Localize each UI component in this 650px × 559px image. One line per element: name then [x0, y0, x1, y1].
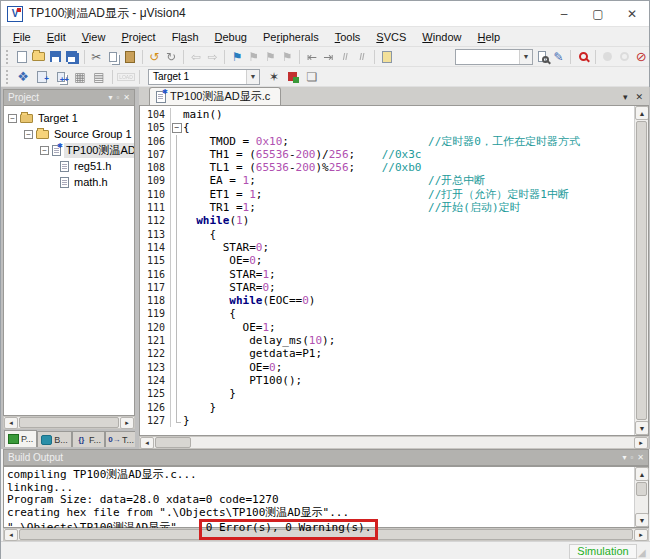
- tree-expander-icon[interactable]: −: [40, 146, 49, 155]
- code-line-119[interactable]: 119 {: [140, 307, 634, 320]
- batch-build-icon[interactable]: ▦: [71, 69, 89, 85]
- menu-view[interactable]: View: [74, 29, 114, 45]
- scroll-left-icon[interactable]: ◂: [140, 437, 154, 449]
- close-button[interactable]: ✕: [615, 1, 649, 27]
- translate-file-icon[interactable]: ❖: [14, 69, 32, 85]
- code-line-110[interactable]: 110 ET1 = 1; //打开（允许）定时器1中断: [140, 188, 634, 201]
- comment-icon[interactable]: //: [337, 49, 353, 65]
- build-output-body[interactable]: compiling TP100测温AD显示.c...linking...Prog…: [3, 466, 649, 528]
- code-line-125[interactable]: 125 }: [140, 387, 634, 400]
- copy-icon[interactable]: [105, 49, 121, 65]
- scrollbar-thumb[interactable]: [155, 437, 191, 448]
- menu-debug[interactable]: Debug: [207, 29, 255, 45]
- menu-svcs[interactable]: SVCS: [368, 29, 414, 45]
- scroll-right-icon[interactable]: ▸: [120, 417, 134, 429]
- fold-collapse-icon[interactable]: [171, 121, 183, 134]
- editor-horizontal-scrollbar[interactable]: ◂ ▸: [139, 436, 649, 449]
- code-line-104[interactable]: 104main(): [140, 108, 634, 121]
- navigate-forward-icon[interactable]: ⇨: [205, 49, 221, 65]
- tree-item-tp100-ad-[interactable]: −✱TP100测温AD显: [4, 142, 134, 158]
- menu-flash[interactable]: Flash: [164, 29, 207, 45]
- code-line-120[interactable]: 120 OE=1;: [140, 321, 634, 334]
- code-line-118[interactable]: 118 while(EOC==0): [140, 294, 634, 307]
- build-target-icon[interactable]: +: [33, 69, 51, 85]
- code-line-113[interactable]: 113 {: [140, 228, 634, 241]
- code-line-115[interactable]: 115 OE=0;: [140, 254, 634, 267]
- code-line-117[interactable]: 117 STAR=0;: [140, 281, 634, 294]
- panel-close-icon[interactable]: ✕: [123, 93, 130, 102]
- tree-item-target-1[interactable]: −Target 1: [4, 110, 134, 126]
- uncomment-icon[interactable]: //: [354, 49, 370, 65]
- paste-icon[interactable]: [122, 49, 138, 65]
- kill-breakpoints-icon[interactable]: ⊘: [633, 49, 649, 65]
- panel-tab-books[interactable]: B...: [37, 431, 72, 447]
- rebuild-all-icon[interactable]: ++: [52, 69, 70, 85]
- project-horizontal-scrollbar[interactable]: ◂ ▸: [3, 416, 135, 429]
- bookmark-toggle-icon[interactable]: ⚑: [229, 49, 245, 65]
- code-line-112[interactable]: 112 while(1): [140, 214, 634, 227]
- tree-expander-icon[interactable]: −: [24, 130, 33, 139]
- stop-build-icon[interactable]: ▤: [90, 69, 108, 85]
- menu-help[interactable]: Help: [469, 29, 508, 45]
- tree-expander-icon[interactable]: −: [8, 114, 17, 123]
- menu-window[interactable]: Window: [414, 29, 469, 45]
- options-for-target-icon[interactable]: ✶: [265, 69, 283, 85]
- code-line-124[interactable]: 124 PT100();: [140, 374, 634, 387]
- manage-project-items-icon[interactable]: [284, 69, 302, 85]
- spread-windows-icon[interactable]: ❏: [303, 69, 321, 85]
- enable-breakpoint-icon[interactable]: [617, 49, 633, 65]
- indent-icon[interactable]: ⇥: [321, 49, 337, 65]
- minimize-button[interactable]: –: [547, 1, 581, 27]
- unindent-icon[interactable]: ⇤: [304, 49, 320, 65]
- cut-icon[interactable]: ✂: [89, 49, 105, 65]
- open-file-icon[interactable]: [30, 49, 46, 65]
- code-line-114[interactable]: 114 STAR=0;: [140, 241, 634, 254]
- undo-icon[interactable]: ↺: [147, 49, 163, 65]
- search-combo[interactable]: ▼: [455, 49, 533, 65]
- code-line-111[interactable]: 111 TR1 =1; //开始(启动)定时: [140, 201, 634, 214]
- scrollbar-thumb[interactable]: [636, 121, 647, 420]
- target-select[interactable]: Target 1 ▼: [148, 69, 260, 85]
- bookmark-prev-icon[interactable]: ⚑: [246, 49, 262, 65]
- code-line-127[interactable]: 127}: [140, 414, 634, 427]
- editor-vertical-scrollbar[interactable]: ▲ ▼: [634, 106, 648, 435]
- find-in-files-red-icon[interactable]: [575, 49, 591, 65]
- scroll-left-icon[interactable]: ◂: [4, 529, 18, 541]
- code-line-122[interactable]: 122 getdata=P1;: [140, 347, 634, 360]
- menu-peripherals[interactable]: Peripherals: [255, 29, 327, 45]
- tree-item-math-h[interactable]: math.h: [4, 174, 134, 190]
- panel-tab-templates[interactable]: 0→T...: [105, 431, 138, 447]
- code-line-116[interactable]: 116 STAR=1;: [140, 268, 634, 281]
- menu-file[interactable]: File: [5, 29, 39, 45]
- code-line-105[interactable]: 105{: [140, 121, 634, 134]
- code-line-108[interactable]: 108 TL1 = (65536-200)%256; //0xb0: [140, 161, 634, 174]
- bookmark-clear-icon[interactable]: ⚑: [279, 49, 295, 65]
- code-line-126[interactable]: 126 }: [140, 401, 634, 414]
- scrollbar-thumb[interactable]: [19, 417, 119, 428]
- save-icon[interactable]: [47, 49, 63, 65]
- scroll-down-icon[interactable]: ▼: [635, 513, 649, 527]
- code-line-123[interactable]: 123 OE=0;: [140, 361, 634, 374]
- build-output-vertical-scrollbar[interactable]: ▲ ▼: [634, 467, 648, 527]
- code-line-121[interactable]: 121 delay_ms(10);: [140, 334, 634, 347]
- menu-edit[interactable]: Edit: [39, 29, 74, 45]
- panel-menu-icon[interactable]: ▾: [622, 453, 626, 462]
- code-line-107[interactable]: 107 TH1 = (65536-200)/256; //0x3c: [140, 148, 634, 161]
- panel-menu-icon[interactable]: ▾: [108, 93, 112, 102]
- bookmark-next-icon[interactable]: ⚑: [263, 49, 279, 65]
- menu-tools[interactable]: Tools: [327, 29, 369, 45]
- tab-list-icon[interactable]: ▾: [623, 92, 628, 102]
- scroll-right-icon[interactable]: ▸: [634, 529, 648, 541]
- insert-breakpoint-icon[interactable]: [600, 49, 616, 65]
- scrollbar-thumb[interactable]: [636, 482, 647, 496]
- navigate-back-icon[interactable]: ⇦: [188, 49, 204, 65]
- menu-project[interactable]: Project: [113, 29, 163, 45]
- pin-icon[interactable]: ▫: [116, 93, 119, 102]
- code-area[interactable]: 104main()105{106 TMOD = 0x10; //定时器0，工作在…: [139, 106, 649, 436]
- find-icon[interactable]: ✎: [551, 49, 567, 65]
- tree-item-source-group-1[interactable]: −Source Group 1: [4, 126, 134, 142]
- panel-tab-functions[interactable]: {}F...: [72, 431, 105, 447]
- tab-close-icon[interactable]: ✕: [635, 92, 643, 102]
- panel-tab-project[interactable]: P...: [4, 430, 37, 447]
- panel-close-icon[interactable]: ✕: [637, 453, 644, 462]
